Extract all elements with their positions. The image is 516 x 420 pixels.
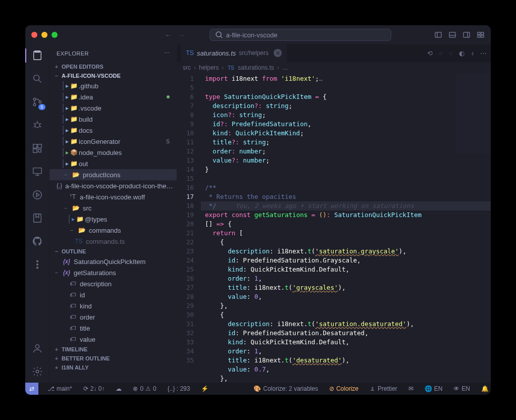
folder-vscode[interactable]: ▸ 📁.vscode	[49, 102, 177, 114]
outline-item1[interactable]: {x}SaturationQuickPickItem	[49, 256, 177, 267]
check-icon: ⫫	[370, 385, 376, 392]
vscode-window: ← → a-file-icon-vscode 5	[25, 25, 491, 395]
lang1-item[interactable]: 🌐EN	[423, 383, 445, 395]
nav-last-tab-icon[interactable]: ○	[449, 49, 453, 57]
panel-bottom-icon[interactable]	[448, 31, 456, 39]
svg-point-32	[33, 191, 41, 199]
outline-id[interactable]: 🏷id	[49, 289, 177, 300]
svg-rect-6	[463, 32, 470, 37]
remote-indicator[interactable]: ⇄	[25, 383, 38, 395]
folder-github[interactable]: ▸ 📁.github	[49, 80, 177, 91]
close-tab-icon[interactable]: ✕	[274, 49, 282, 57]
code-area[interactable]: 1567891011121314151617181920212223242526…	[177, 73, 491, 383]
close-window[interactable]	[31, 32, 37, 38]
svg-line-22	[39, 123, 41, 124]
command-center[interactable]: a-file-icon-vscode	[210, 29, 391, 41]
project-section[interactable]: −A-FILE-ICON-VSCODE	[49, 71, 177, 80]
folder-nodemodules[interactable]: ▸ 📦node_modules	[49, 147, 177, 158]
outline-kind[interactable]: 🏷kind	[49, 300, 177, 311]
editor-group: TS saturations.ts src/helpers ✕ ⟲ ○ ○ ◐ …	[177, 44, 491, 383]
outline-section[interactable]: −OUTLINE	[49, 247, 177, 256]
prettier-item[interactable]: ⫫Prettier	[368, 383, 399, 395]
scm-badge: 5	[38, 104, 45, 110]
bell-item[interactable]: 🔔	[479, 383, 491, 395]
crumb-helpers[interactable]: helpers	[199, 64, 219, 71]
timeline-section[interactable]: +TIMELINE	[49, 345, 177, 354]
split-icon[interactable]: ⫞	[471, 49, 474, 57]
minimize-window[interactable]	[41, 32, 47, 38]
outline-value[interactable]: 🏷value	[49, 334, 177, 345]
breadcrumb[interactable]: src› helpers› TS saturations.ts› …	[177, 62, 491, 73]
tab-actions: ⟲ ○ ○ ◐ ⫞ ⋯	[427, 49, 487, 57]
colorize-btn[interactable]: ⊘Colorize	[327, 383, 360, 395]
scm-tab[interactable]: 5	[30, 95, 44, 109]
code-content[interactable]: +import i18next from 'i18next';… −type S…	[201, 73, 491, 383]
svg-rect-25	[33, 144, 36, 148]
folder-src[interactable]: −📂src	[49, 202, 177, 214]
mail-item[interactable]: ✉	[406, 383, 416, 395]
x-icon: ⊘	[329, 385, 334, 392]
folder-out[interactable]: ▸ 📁out	[49, 158, 177, 169]
minimap[interactable]	[455, 73, 491, 154]
bracket-item[interactable]: {..} : 293	[166, 383, 192, 395]
svg-rect-29	[33, 168, 41, 174]
debug-tab[interactable]	[30, 118, 44, 132]
outline-order[interactable]: 🏷order	[49, 311, 177, 323]
svg-marker-33	[36, 193, 39, 196]
explorer-tab[interactable]	[30, 48, 44, 63]
open-editors-section[interactable]: +OPEN EDITORS	[49, 62, 177, 71]
branch-item[interactable]: ⎇main*	[45, 383, 74, 395]
svg-point-39	[36, 370, 39, 373]
better-outline-section[interactable]: +BETTER OUTLINE	[49, 354, 177, 363]
nav-forward-tab-icon[interactable]: ○	[439, 49, 443, 57]
folder-idea[interactable]: ▸ 📁.idea	[49, 91, 177, 102]
file-pi2[interactable]: ᵀTa-file-icon-vscode.woff	[49, 191, 177, 202]
more-tab-icon[interactable]: ⋯	[480, 49, 487, 57]
lang2-item[interactable]: 👁EN	[451, 383, 472, 395]
eye-icon: 👁	[453, 385, 459, 392]
outline-desc[interactable]: 🏷description	[49, 278, 177, 289]
remote-tab[interactable]	[30, 165, 44, 179]
nav-back-icon[interactable]: ←	[165, 31, 171, 39]
outline-item2[interactable]: −{x}getSaturations	[49, 267, 177, 278]
live-tab[interactable]	[30, 188, 44, 202]
tab-saturations[interactable]: TS saturations.ts src/helpers ✕	[181, 44, 287, 62]
sync-item[interactable]: ⟳2↓ 0↑	[81, 383, 107, 395]
folder-producticons[interactable]: −📂productIcons	[49, 169, 177, 180]
github-tab[interactable]	[30, 234, 44, 248]
layout-icon[interactable]	[477, 31, 485, 39]
nav-forward-icon[interactable]: →	[178, 31, 185, 39]
bolt-item[interactable]: ⚡	[199, 383, 211, 395]
crumb-more[interactable]: …	[282, 64, 288, 71]
errors-item[interactable]: ⊗0 ⚠0	[131, 383, 158, 395]
accounts-tab[interactable]	[30, 341, 44, 355]
maximize-window[interactable]	[51, 32, 58, 38]
cloud-item[interactable]: ☁	[114, 383, 124, 395]
i18n-section[interactable]: +I18N ALLY	[49, 363, 177, 372]
sidebar: EXPLORER ⋯ +OPEN EDITORS −A-FILE-ICON-VS…	[49, 44, 177, 383]
folder-types[interactable]: ▸ 📁@types	[49, 214, 177, 225]
svg-point-0	[216, 32, 221, 37]
panel-right-icon[interactable]	[462, 31, 471, 39]
panel-left-icon[interactable]	[434, 31, 442, 39]
crumb-file[interactable]: saturations.ts	[238, 64, 274, 71]
crumb-src[interactable]: src	[183, 64, 191, 71]
search-tab[interactable]	[30, 72, 44, 86]
settings-tab[interactable]	[30, 364, 44, 379]
bookmark-tab[interactable]	[30, 211, 44, 225]
warning-icon: ⚠	[145, 385, 151, 392]
folder-build[interactable]: ▸ 📁build	[49, 114, 177, 125]
svg-line-15	[38, 80, 41, 83]
folder-commands[interactable]: −📂commands	[49, 225, 177, 236]
folder-icongen[interactable]: ▸ 📁iconGeneratorS	[49, 136, 177, 147]
file-pi1[interactable]: {,}a-file-icon-vscode-product-icon-the…	[49, 180, 177, 191]
more-tab[interactable]	[30, 257, 44, 272]
folder-docs[interactable]: ▸ 📁docs	[49, 125, 177, 136]
more-icon[interactable]: ⋯	[164, 50, 170, 57]
compare-icon[interactable]: ◐	[459, 49, 465, 57]
colorize-vars[interactable]: 🎨Colorize: 2 variables	[251, 383, 320, 395]
extensions-tab[interactable]	[30, 141, 44, 155]
nav-back-tab-icon[interactable]: ⟲	[427, 49, 433, 57]
file-commandsts[interactable]: TScommands.ts	[49, 236, 177, 247]
outline-title[interactable]: 🏷title	[49, 323, 177, 334]
